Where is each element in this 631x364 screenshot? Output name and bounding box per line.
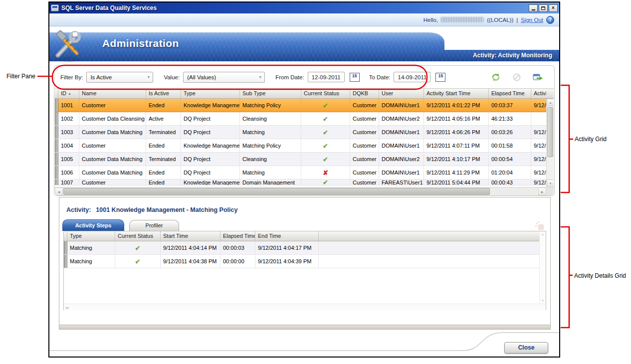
grid-cell: 1001 — [58, 99, 79, 112]
grid-cell: Customer — [350, 139, 379, 152]
filter-by-select[interactable]: Is Active ▼ — [86, 72, 153, 83]
grid-row-1001[interactable]: 1001CustomerEndedKnowledge ManagementMat… — [55, 99, 546, 112]
grid-row-1004[interactable]: 1004CustomerEndedKnowledge ManagementMat… — [55, 139, 546, 153]
details-horizontal-scrollbar[interactable]: ◀ ▶ — [64, 304, 546, 310]
column-header-elapsed-time[interactable]: Elapsed Time — [489, 89, 531, 98]
column-header-id[interactable]: ID▲ — [58, 89, 79, 98]
column-header-activity-start-time[interactable]: Activity Start Time — [424, 89, 489, 98]
app-window: SQL Server Data Quality Services × Hello… — [48, 1, 560, 358]
restore-button[interactable] — [539, 4, 548, 12]
grid-row-1003[interactable]: 1003Customer Data MatchingTerminatedDQ P… — [55, 126, 546, 139]
column-header-[interactable] — [319, 231, 546, 241]
horizontal-scrollbar[interactable]: ◀ ▶ — [55, 187, 546, 195]
grid-row-1007[interactable]: 1007CustomerEndedKnowledge ManagementDom… — [55, 180, 546, 185]
tab-profiler[interactable]: Profiler — [129, 220, 179, 231]
grid-cell: 9/12/2011 4:04:14 PM — [161, 241, 220, 254]
grid-row-1005[interactable]: 1005Customer Data MatchingTerminatedDQ P… — [55, 153, 546, 166]
column-header-current-status[interactable]: Current Status — [115, 231, 161, 241]
column-header-start-time[interactable]: Start Time — [161, 231, 220, 241]
to-calendar-icon[interactable]: 15 — [435, 73, 445, 82]
grid-cell — [319, 241, 546, 254]
scroll-up-arrow-icon[interactable]: ▲ — [540, 231, 546, 237]
filter-pane: Filter By: Is Active ▼ Value: (All Value… — [54, 66, 554, 88]
column-header-type[interactable]: Type — [67, 231, 115, 241]
grid-row-0[interactable]: Matching✔9/12/2011 4:04:14 PM00:00:039/1… — [64, 241, 546, 255]
column-header-activity[interactable]: Activity — [531, 89, 546, 98]
grid-cell: Customer — [350, 126, 379, 139]
tools-icon — [51, 28, 87, 66]
sign-out-link[interactable]: Sign Out — [521, 17, 543, 23]
filter-by-label: Filter By: — [60, 74, 83, 80]
column-header-sub-type[interactable]: Sub Type — [240, 89, 301, 98]
tab-activity-steps[interactable]: Activity Steps — [62, 219, 124, 231]
grid-cell: ✔ — [301, 99, 350, 112]
grid-cell: Matching Policy — [240, 139, 301, 152]
scrollbar-thumb[interactable] — [547, 107, 553, 157]
grid-cell: Customer — [350, 166, 379, 179]
grid-cell: Matching — [67, 255, 115, 268]
grid-cell: Matching — [240, 166, 301, 179]
column-header-is-active[interactable]: Is Active — [146, 89, 181, 98]
grid-cell: Customer — [350, 99, 379, 112]
grid-row-1006[interactable]: 1006Customer Data MatchingEndedDQ Projec… — [55, 166, 546, 180]
column-header-name[interactable]: Name — [79, 89, 146, 98]
details-vertical-scrollbar[interactable]: ▲ ▼ — [539, 231, 546, 304]
grid-cell: 1002 — [58, 112, 79, 125]
grid-cell: ✔ — [115, 241, 161, 254]
grid-cell: Cleansing — [240, 153, 301, 166]
from-date-input[interactable]: 12-09-2011 — [308, 72, 345, 82]
grid-cell: Matching — [240, 126, 301, 139]
status-ok-icon: ✔ — [323, 180, 328, 185]
scroll-right-arrow-icon[interactable]: ▶ — [538, 187, 546, 195]
scroll-left-arrow-icon[interactable]: ◀ — [55, 187, 63, 195]
minimize-button[interactable] — [529, 4, 538, 12]
grid-cell: ✔ — [301, 112, 350, 125]
grid-cell: Customer — [79, 180, 146, 185]
grid-cell: 01:20:04 — [489, 166, 531, 179]
column-header-current-status[interactable]: Current Status — [301, 89, 350, 98]
grid-cell: 9/12/20 — [531, 153, 546, 166]
details-header-row: TypeCurrent StatusStart TimeElapsed Time… — [64, 231, 546, 241]
column-header-dqkb[interactable]: DQKB — [350, 89, 379, 98]
column-header-user[interactable]: User — [379, 89, 424, 98]
grid-cell: 1007 — [58, 180, 79, 185]
grid-cell: DQ Project — [181, 153, 240, 166]
refresh-icon[interactable] — [490, 72, 501, 82]
grid-cell: DOMAIN\User1 — [379, 99, 424, 112]
export-icon[interactable] — [532, 72, 543, 82]
grid-cell — [319, 255, 546, 268]
grid-cell: 9/12/2011 4:04:38 PM — [161, 255, 220, 268]
grid-cell: ✔ — [301, 153, 350, 166]
column-header-elapsed-time[interactable]: Elapsed Time — [220, 231, 255, 241]
row-indicator-header — [55, 89, 58, 98]
help-icon[interactable]: ? — [546, 16, 554, 24]
column-header-type[interactable]: Type — [181, 89, 240, 98]
close-window-button[interactable]: × — [549, 4, 558, 12]
grid-cell: Ended — [146, 166, 181, 179]
grid-row-1002[interactable]: 1002Customer Data CleansingActiveDQ Proj… — [55, 112, 546, 126]
scroll-up-arrow-icon[interactable]: ▲ — [547, 99, 554, 106]
scrollbar-thumb[interactable] — [63, 188, 490, 195]
grid-cell: 1004 — [58, 139, 79, 152]
column-header-end-time[interactable]: End Time — [255, 231, 319, 241]
from-calendar-icon[interactable]: 15 — [350, 73, 360, 82]
grid-cell: Customer Data Cleansing — [79, 112, 146, 125]
value-label: Value: — [164, 74, 180, 80]
grid-row-1[interactable]: Matching✔9/12/2011 4:04:38 PM00:00:009/1… — [64, 255, 546, 268]
from-date-label: From Date: — [275, 74, 304, 80]
grid-cell: Knowledge Management — [181, 139, 240, 152]
close-button[interactable]: Close — [504, 342, 548, 354]
grid-cell: Ended — [146, 139, 181, 152]
scroll-down-arrow-icon[interactable]: ▼ — [547, 180, 554, 187]
vertical-scrollbar[interactable]: ▲ ▼ — [546, 99, 554, 187]
value-select[interactable]: (All Values) ▼ — [183, 72, 265, 83]
to-date-input[interactable]: 14-09-2011 — [394, 72, 430, 82]
scroll-right-arrow-icon[interactable]: ▶ — [64, 304, 70, 310]
scroll-down-arrow-icon[interactable]: ▼ — [540, 298, 546, 304]
grid-cell: 1005 — [58, 153, 79, 166]
grid-cell: ✔ — [301, 180, 350, 185]
grid-cell: Customer Data Matching — [79, 153, 146, 166]
row-indicator — [55, 166, 58, 179]
grid-cell: DQ Project — [181, 126, 240, 139]
grid-cell: Customer — [79, 99, 146, 112]
